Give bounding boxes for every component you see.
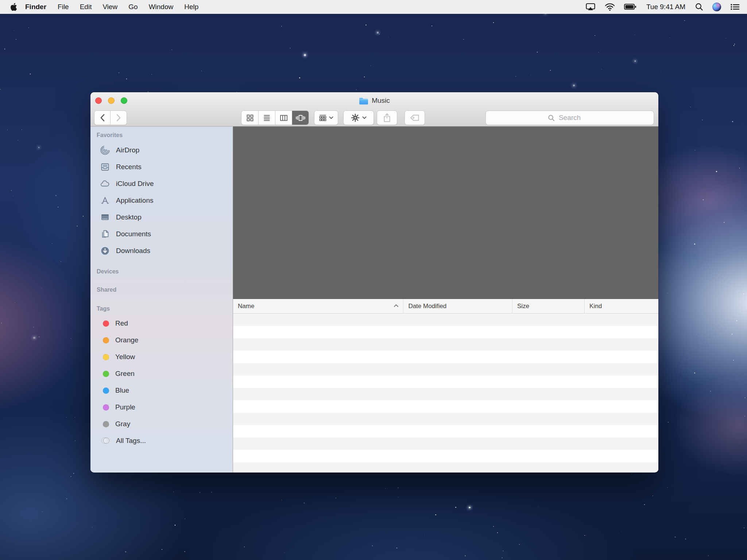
sidebar-tag-yellow[interactable]: Yellow <box>90 349 233 365</box>
red-tag-icon <box>103 320 109 327</box>
column-header-name[interactable]: Name <box>233 299 403 313</box>
siri-icon[interactable] <box>710 3 723 11</box>
group-by-button[interactable] <box>314 110 338 125</box>
apple-menu[interactable] <box>10 3 17 11</box>
downloads-icon <box>100 246 110 256</box>
sidebar-item-icloud-drive[interactable]: iCloud Drive <box>90 175 233 192</box>
menu-help[interactable]: Help <box>179 3 204 11</box>
column-label: Date Modified <box>408 303 446 310</box>
desktop-icon <box>100 213 110 222</box>
spotlight-icon[interactable] <box>693 3 705 11</box>
column-header-date-modified[interactable]: Date Modified <box>403 299 512 313</box>
tag-label: Red <box>115 319 128 327</box>
sidebar-item-label: Recents <box>116 163 142 171</box>
tag-icon <box>410 114 419 121</box>
menu-file[interactable]: File <box>52 3 74 11</box>
sidebar-tag-blue[interactable]: Blue <box>90 382 233 399</box>
menu-edit[interactable]: Edit <box>74 3 97 11</box>
column-label: Size <box>517 303 529 310</box>
sidebar-item-applications[interactable]: Applications <box>90 192 233 209</box>
menu-bar: Finder File Edit View Go Window Help Tue… <box>0 0 747 14</box>
share-icon <box>383 113 391 122</box>
window-chrome: Music <box>90 92 658 127</box>
airplay-icon[interactable] <box>583 3 598 11</box>
tag-label: Gray <box>115 420 130 428</box>
sidebar-item-recents[interactable]: Recents <box>90 159 233 175</box>
close-button[interactable] <box>95 97 102 104</box>
sidebar: Favorites AirDrop Recents iCloud Drive A… <box>90 127 233 472</box>
sidebar-tag-red[interactable]: Red <box>90 315 233 332</box>
sidebar-item-label: Documents <box>116 230 151 238</box>
sidebar-item-desktop[interactable]: Desktop <box>90 209 233 226</box>
search-input[interactable] <box>486 111 654 125</box>
sidebar-tag-purple[interactable]: Purple <box>90 399 233 416</box>
minimize-button[interactable] <box>108 97 115 104</box>
wifi-icon[interactable] <box>603 3 617 11</box>
sidebar-item-downloads[interactable]: Downloads <box>90 242 233 259</box>
airdrop-icon <box>100 145 110 155</box>
title-bar[interactable]: Music <box>90 92 658 109</box>
window-title: Music <box>372 97 390 105</box>
forward-button[interactable] <box>111 110 127 125</box>
sidebar-tag-orange[interactable]: Orange <box>90 332 233 349</box>
tag-label: Purple <box>115 403 135 411</box>
sort-ascending-icon <box>394 304 399 307</box>
share-button[interactable] <box>377 110 397 125</box>
icon-view-button[interactable] <box>241 111 258 125</box>
action-menu-button[interactable] <box>343 110 374 125</box>
view-switcher <box>241 110 309 125</box>
column-view-button[interactable] <box>275 111 292 125</box>
search-field[interactable] <box>485 110 654 125</box>
finder-window: Music <box>90 92 658 472</box>
tag-label: Orange <box>115 336 138 344</box>
green-tag-icon <box>103 371 109 377</box>
sidebar-item-airdrop[interactable]: AirDrop <box>90 142 233 159</box>
menu-go[interactable]: Go <box>123 3 143 11</box>
column-header-kind[interactable]: Kind <box>584 299 658 313</box>
recents-icon <box>100 162 110 172</box>
purple-tag-icon <box>103 404 109 411</box>
column-label: Kind <box>589 303 602 310</box>
file-browser-pane: Name Date Modified Size Kind <box>233 127 658 472</box>
sidebar-all-tags[interactable]: All Tags... <box>90 432 233 449</box>
list-view-button[interactable] <box>258 111 275 125</box>
tag-label: Blue <box>115 386 129 394</box>
menu-window[interactable]: Window <box>143 3 179 11</box>
sidebar-section-favorites: Favorites <box>90 132 233 139</box>
sidebar-item-label: AirDrop <box>116 146 139 154</box>
sidebar-item-label: Desktop <box>116 213 142 221</box>
notification-center-icon[interactable] <box>728 3 742 11</box>
sidebar-section-shared: Shared <box>90 286 233 293</box>
icloud-icon <box>100 179 110 188</box>
sidebar-item-label: Applications <box>116 197 153 205</box>
all-tags-icon <box>101 437 111 444</box>
chevron-down-icon <box>362 116 367 119</box>
menu-bar-clock[interactable]: Tue 9:41 AM <box>643 3 688 11</box>
gallery-view-button[interactable] <box>292 111 309 125</box>
applications-icon <box>100 196 110 205</box>
blue-tag-icon <box>103 388 109 394</box>
menu-finder[interactable]: Finder <box>19 3 52 11</box>
chevron-down-icon <box>329 116 333 119</box>
tag-label: Yellow <box>115 353 135 361</box>
menu-view[interactable]: View <box>97 3 123 11</box>
battery-icon[interactable] <box>622 3 639 11</box>
gallery-preview-area[interactable] <box>233 127 658 299</box>
sidebar-tag-gray[interactable]: Gray <box>90 416 233 432</box>
back-button[interactable] <box>94 110 111 125</box>
sidebar-item-label: iCloud Drive <box>116 180 154 188</box>
tag-button[interactable] <box>405 110 425 125</box>
sidebar-tag-green[interactable]: Green <box>90 365 233 382</box>
toolbar <box>90 109 658 127</box>
sidebar-item-label: Downloads <box>116 247 150 255</box>
file-list-empty[interactable] <box>233 314 658 472</box>
sidebar-item-documents[interactable]: Documents <box>90 226 233 242</box>
tag-label: All Tags... <box>116 437 146 445</box>
column-header-size[interactable]: Size <box>512 299 584 313</box>
search-icon <box>548 114 555 121</box>
gray-tag-icon <box>103 421 109 427</box>
column-label: Name <box>238 303 254 310</box>
zoom-button[interactable] <box>121 97 127 104</box>
gear-icon <box>351 113 360 122</box>
sidebar-section-devices: Devices <box>90 268 233 275</box>
